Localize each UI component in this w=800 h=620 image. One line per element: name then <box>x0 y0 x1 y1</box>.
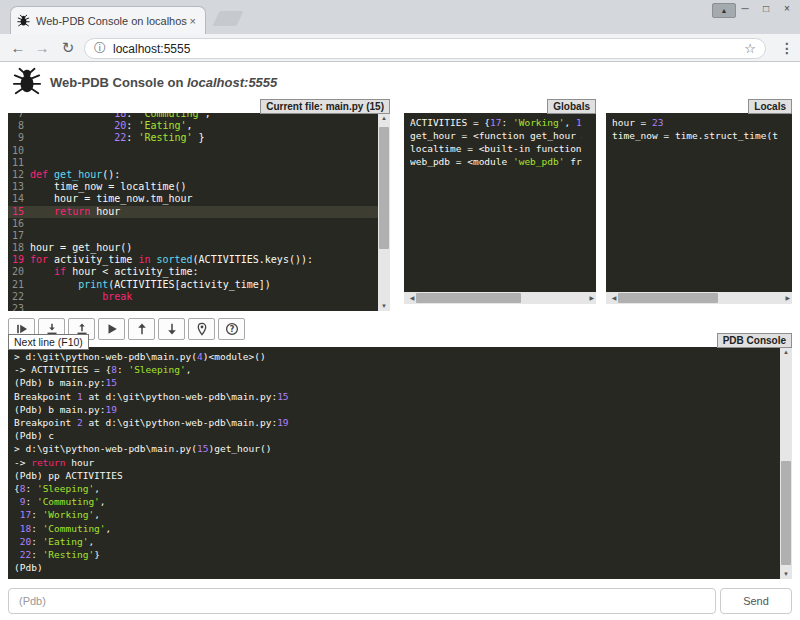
continue-button[interactable] <box>98 318 125 340</box>
code-token: : <box>502 117 513 128</box>
code-token: 19 <box>106 404 117 415</box>
code-text: 18: 'Commuting', <box>30 113 211 120</box>
code-token: in <box>138 254 150 265</box>
code-token: : <box>117 364 128 375</box>
page-title: Web-PDB Console on localhost:5555 <box>50 75 277 90</box>
console-line: 18: 'Commuting', <box>14 522 778 535</box>
line-number: 16 <box>8 218 30 230</box>
code-token: hour = time_now.tm_hour <box>30 193 193 204</box>
code-token: get_hour <box>54 169 102 180</box>
code-text: if hour < activity_time: <box>30 266 199 278</box>
line-number: 21 <box>8 279 30 291</box>
code-token: 23 <box>652 117 663 128</box>
refresh-button[interactable]: ↻ <box>56 37 80 59</box>
minimize-button[interactable]: ─ <box>735 1 755 17</box>
chip-up-icon: ▲ <box>721 7 728 14</box>
line-number: 14 <box>8 193 30 205</box>
code-line: 9 22: 'Resting' } <box>8 132 378 144</box>
back-button[interactable]: ← <box>6 37 30 59</box>
code-text: def get_hour(): <box>30 169 120 181</box>
code-token: , <box>94 483 100 494</box>
code-token: : <box>126 120 138 131</box>
bookmark-star-icon[interactable]: ☆ <box>744 41 756 56</box>
console-lines: > d:\git\python-web-pdb\main.py(4)<modul… <box>14 350 778 574</box>
code-token: (Pdb) pp ACTIVITIES <box>14 470 123 481</box>
code-line: 12def get_hour(): <box>8 169 378 181</box>
scroll-right-icon[interactable]: ▶ <box>589 292 594 304</box>
scrollbar-thumb[interactable] <box>379 127 389 249</box>
code-line: 10 <box>8 145 378 157</box>
code-text: return hour <box>30 206 120 218</box>
code-token: 'Eating' <box>138 120 186 131</box>
code-token: def <box>30 169 54 180</box>
code-token: )<module>() <box>203 351 266 362</box>
scroll-up-icon[interactable]: ▲ <box>780 349 792 355</box>
code-token: (ACTIVITIES[activity_time]) <box>108 279 271 290</box>
titlebar-chip-button[interactable]: ▲ <box>712 3 736 18</box>
code-token: , <box>187 120 193 131</box>
code-text: hour = get_hour() <box>30 242 132 254</box>
code-token: hour = get_hour() <box>30 242 132 253</box>
address-bar[interactable]: ⓘ localhost:5555 ☆ <box>84 38 766 59</box>
code-line: 11 <box>8 157 378 169</box>
scrollbar-thumb[interactable] <box>416 293 521 303</box>
code-token: 'Sleeping' <box>37 483 94 494</box>
browser-tab[interactable]: Web-PDB Console on localhost:5555 × <box>10 6 206 34</box>
console-scrollbar[interactable]: ▲ ▼ <box>780 347 792 579</box>
forward-button[interactable]: → <box>30 37 54 59</box>
pdb-command-input[interactable] <box>8 588 716 614</box>
console-line: (Pdb) b main.py:19 <box>14 403 778 416</box>
code-line: 18hour = get_hour() <box>8 242 378 254</box>
stack-down-button[interactable] <box>158 318 185 340</box>
page-title-text: Web-PDB Console on <box>50 75 187 90</box>
code-token: break <box>102 291 132 302</box>
scroll-down-icon[interactable]: ▼ <box>780 571 792 577</box>
where-button[interactable] <box>188 318 215 340</box>
globals-line: get_hour = <function get_hour at 0x <box>410 129 582 142</box>
help-button[interactable]: ? <box>218 318 245 340</box>
code-token: sorted <box>156 254 192 265</box>
close-button[interactable]: × <box>777 1 797 17</box>
locals-scrollbar[interactable]: ◀ ▶ <box>606 292 792 304</box>
new-tab-button[interactable] <box>213 11 244 26</box>
code-token: 'Sleeping' <box>128 364 185 375</box>
console-line: -> return hour <box>14 456 778 469</box>
arrow-down-icon <box>165 322 179 336</box>
scroll-down-icon[interactable]: ▼ <box>378 303 390 309</box>
scroll-right-icon[interactable]: ▶ <box>785 292 790 304</box>
svg-text:?: ? <box>229 325 234 334</box>
code-token: -> <box>14 457 31 468</box>
scroll-up-icon[interactable]: ▲ <box>378 115 390 121</box>
stack-up-button[interactable] <box>128 318 155 340</box>
code-token: 20 <box>114 120 126 131</box>
maximize-button[interactable]: □ <box>756 1 776 17</box>
scrollbar-thumb[interactable] <box>618 293 718 303</box>
code-line: 23 <box>8 303 378 311</box>
code-token: (Pdb) b main.py: <box>14 377 106 388</box>
globals-scrollbar[interactable]: ◀ ▶ <box>404 292 596 304</box>
browser-menu-icon[interactable]: ⋮ <box>778 37 796 59</box>
breakpoint-line-number: 19 <box>8 254 30 266</box>
console-line: (Pdb) pp ACTIVITIES <box>14 469 778 482</box>
code-scrollbar[interactable]: ▲ ▼ <box>378 113 390 311</box>
code-token: 22 <box>114 132 126 143</box>
code-token: 15 <box>277 391 288 402</box>
tab-close-icon[interactable]: × <box>187 15 199 27</box>
code-token: (): <box>102 169 120 180</box>
code-token: 'Commuting' <box>43 523 106 534</box>
scrollbar-thumb[interactable] <box>781 461 791 565</box>
next-line-tooltip: Next line (F10) <box>8 334 89 350</box>
globals-line: web_pdb = <module 'web_pdb' from 'd:\git… <box>410 155 582 168</box>
code-token: (Pdb) b main.py: <box>14 404 106 415</box>
code-token: )get_hour() <box>208 443 271 454</box>
code-token: from <box>564 156 582 167</box>
code-token: Breakpoint <box>14 391 77 402</box>
send-button[interactable]: Send <box>720 588 792 614</box>
console-line: 20: 'Eating', <box>14 535 778 548</box>
code-token: : <box>25 496 36 507</box>
code-token: hour < activity_time: <box>66 266 198 277</box>
code-token: at d:\git\python-web-pdb\main.py: <box>83 417 277 428</box>
page-info-icon[interactable]: ⓘ <box>94 40 106 57</box>
code-token: 18 <box>114 113 126 119</box>
locals-line: hour = 23 <box>612 116 778 129</box>
